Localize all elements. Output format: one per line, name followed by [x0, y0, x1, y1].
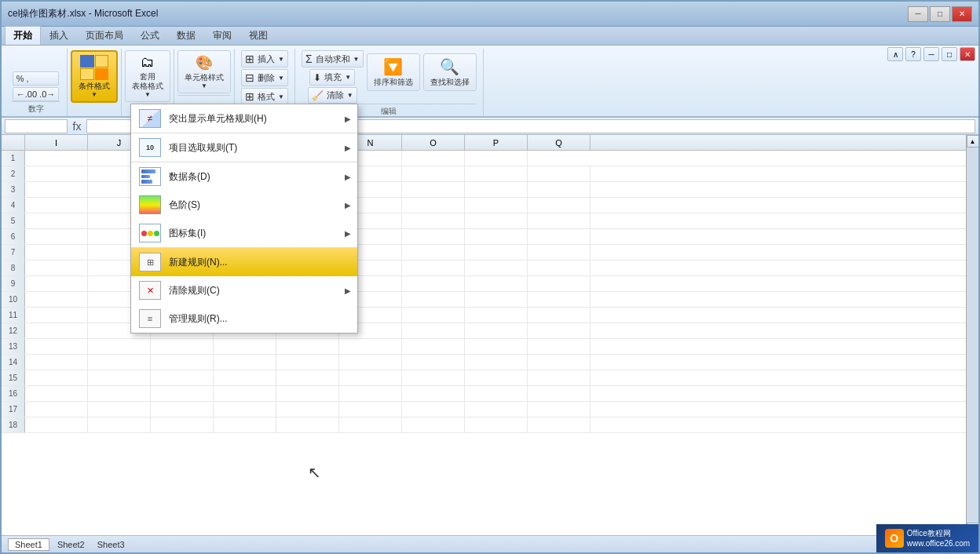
cell[interactable]	[465, 292, 528, 307]
cell[interactable]	[88, 402, 151, 417]
cell[interactable]	[465, 166, 528, 181]
insert-button[interactable]: ⊞ 插入 ▼	[241, 50, 288, 67]
cell[interactable]	[214, 417, 276, 432]
cell[interactable]	[402, 182, 465, 197]
scroll-up-btn[interactable]: ▲	[967, 135, 979, 148]
cell[interactable]	[276, 355, 339, 370]
cell[interactable]	[465, 323, 528, 338]
tab-home[interactable]: 开始	[5, 26, 41, 45]
cell[interactable]	[25, 386, 88, 401]
sheet-tab-1[interactable]: Sheet1	[8, 538, 49, 551]
tab-insert[interactable]: 插入	[41, 26, 77, 45]
cell[interactable]	[465, 339, 528, 354]
cell[interactable]	[528, 198, 591, 213]
scroll-track[interactable]	[967, 148, 978, 523]
cell[interactable]	[465, 417, 528, 432]
cell[interactable]	[528, 370, 591, 385]
cell[interactable]	[25, 166, 88, 181]
cell[interactable]	[151, 386, 214, 401]
cell[interactable]	[88, 355, 151, 370]
cell[interactable]	[402, 292, 465, 307]
name-box[interactable]	[5, 119, 68, 133]
cell[interactable]	[528, 417, 591, 432]
cell[interactable]	[528, 229, 591, 244]
cell[interactable]	[528, 245, 591, 260]
cell[interactable]	[25, 245, 88, 260]
cell[interactable]	[25, 213, 88, 228]
find-select-button[interactable]: 🔍 查找和选择	[423, 53, 477, 91]
cell[interactable]	[465, 198, 528, 213]
sheet-tab-3[interactable]: Sheet3	[91, 539, 131, 550]
ribbon-collapse-btn[interactable]: ∧	[887, 47, 903, 61]
cell[interactable]	[339, 386, 402, 401]
cell[interactable]	[402, 229, 465, 244]
cell[interactable]	[465, 386, 528, 401]
tab-formula[interactable]: 公式	[132, 26, 168, 45]
cell[interactable]	[25, 355, 88, 370]
cell[interactable]	[25, 261, 88, 275]
decimal-button[interactable]: ←.00 .0→	[13, 87, 60, 101]
cell[interactable]	[88, 370, 151, 385]
cell[interactable]	[402, 355, 465, 370]
cell[interactable]	[402, 245, 465, 260]
cell[interactable]	[528, 276, 591, 291]
cell[interactable]	[402, 386, 465, 401]
cell[interactable]	[465, 370, 528, 385]
cell[interactable]	[465, 213, 528, 228]
cell[interactable]	[402, 276, 465, 291]
cell[interactable]	[465, 229, 528, 244]
cell[interactable]	[402, 151, 465, 166]
cell[interactable]	[151, 339, 214, 354]
cell[interactable]	[339, 370, 402, 385]
menu-item-top-bottom[interactable]: 10 项目选取规则(T) ▶	[131, 133, 357, 162]
conditional-format-button[interactable]: 条件格式 ▼	[71, 50, 118, 103]
cell[interactable]	[25, 151, 88, 166]
percent-button[interactable]: % ,	[13, 71, 60, 86]
cell[interactable]	[214, 339, 276, 354]
ribbon-min-btn[interactable]: ─	[923, 47, 939, 61]
ribbon-help-btn[interactable]: ?	[905, 47, 921, 61]
cell[interactable]	[25, 198, 88, 213]
cell[interactable]	[339, 339, 402, 354]
tab-view[interactable]: 视图	[240, 26, 276, 45]
minimize-button[interactable]: ─	[908, 6, 928, 22]
cell[interactable]	[528, 355, 591, 370]
cell[interactable]	[151, 402, 214, 417]
cell[interactable]	[276, 339, 339, 354]
cell[interactable]	[402, 370, 465, 385]
cell[interactable]	[402, 339, 465, 354]
cell[interactable]	[465, 402, 528, 417]
cell[interactable]	[25, 417, 88, 432]
cell[interactable]	[528, 402, 591, 417]
menu-item-manage-rule[interactable]: ≡ 管理规则(R)...	[131, 304, 357, 333]
cell[interactable]	[402, 402, 465, 417]
close-button[interactable]: ✕	[952, 6, 972, 22]
format-button[interactable]: ⊞ 格式 ▼	[241, 88, 288, 105]
cell[interactable]	[88, 417, 151, 432]
cell[interactable]	[88, 339, 151, 354]
cell[interactable]	[465, 261, 528, 275]
menu-item-color-scale[interactable]: 色阶(S) ▶	[131, 191, 357, 219]
auto-sum-button[interactable]: Σ 自动求和 ▼	[302, 50, 364, 67]
cell[interactable]	[465, 308, 528, 323]
cell[interactable]	[402, 213, 465, 228]
sort-filter-button[interactable]: 🔽 排序和筛选	[367, 53, 420, 91]
cell[interactable]	[402, 166, 465, 181]
cell[interactable]	[528, 166, 591, 181]
cell[interactable]	[214, 355, 276, 370]
tab-data[interactable]: 数据	[168, 26, 204, 45]
cell[interactable]	[276, 386, 339, 401]
cell[interactable]	[402, 261, 465, 275]
cell[interactable]	[151, 355, 214, 370]
cell[interactable]	[402, 198, 465, 213]
table-format-button[interactable]: 🗂 套用 表格格式 ▼	[125, 50, 170, 102]
menu-item-highlight-cells[interactable]: ≠ 突出显示单元格规则(H) ▶	[131, 104, 357, 133]
cell[interactable]	[402, 323, 465, 338]
vertical-scrollbar[interactable]: ▲ ▼	[966, 135, 978, 535]
cell-style-button[interactable]: 🎨 单元格样式 ▼	[177, 50, 231, 93]
menu-item-new-rule[interactable]: ⊞ 新建规则(N)...	[131, 248, 357, 276]
cell[interactable]	[151, 370, 214, 385]
cell[interactable]	[528, 292, 591, 307]
cell[interactable]	[528, 213, 591, 228]
cell[interactable]	[339, 402, 402, 417]
